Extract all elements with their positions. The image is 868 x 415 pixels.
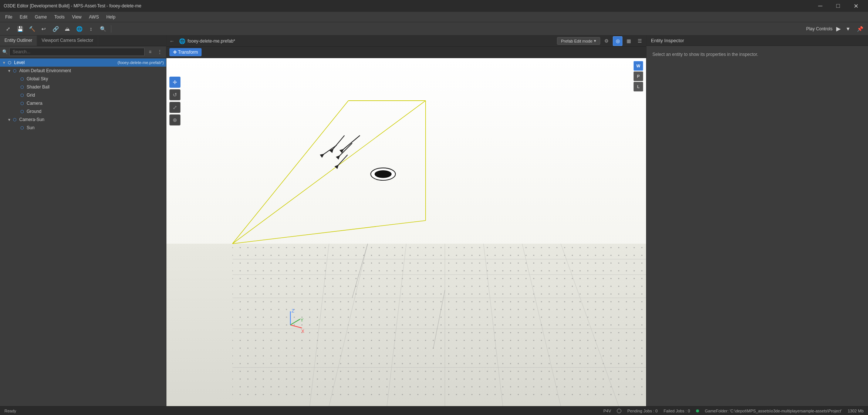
inspector-title: Entity Inspector [651,38,684,43]
entity-tree: ▼ ⬡ Level (fooey-delete-me.prefab*) ▼ ⬡ … [0,58,166,406]
menu-aws[interactable]: AWS [85,13,103,21]
toolbar: ⤢ 💾 🔨 ↩ 🔗 ⛰ 🌐 ↕ 🔍 Play Controls ▶ ▾ 📌 [0,22,868,36]
title-bar-left: O3DE Editor [Development Build] - MPS-As… [4,3,141,9]
camera-view-icon: 📷 [153,101,158,106]
camera-settings-button[interactable]: ⚙ [602,36,611,46]
camera-sun-label: Camera-Sun [19,117,159,122]
play-controls-label: Play Controls [806,26,832,31]
title-bar: O3DE Editor [Development Build] - MPS-As… [0,0,868,12]
atom-env-icon: ⬡ [12,68,18,74]
viewport-options-button[interactable]: ☰ [635,36,645,46]
tree-item-global-sky[interactable]: ⬡ Global Sky [0,75,166,83]
pin-button[interactable]: 📌 [855,24,865,34]
maximize-button[interactable]: □ [830,0,847,12]
expand-arrow-camera-sun[interactable]: ▼ [7,118,12,122]
right-panel: Entity Inspector Select an entity to sho… [646,36,868,406]
settings-button[interactable]: ⋮ [156,48,164,56]
vp-tool-translate[interactable]: ✛ [169,77,180,88]
tree-item-camera[interactable]: ⬡ Camera 📷 [0,99,166,107]
display-toggle-button[interactable]: ▦ [624,36,634,46]
level-icon: ⬡ [7,60,13,66]
expand-arrow-globalsky [15,77,19,81]
tool-save[interactable]: 💾 [15,24,25,34]
tool-move[interactable]: ↕ [86,24,96,34]
level-suffix: (fooey-delete-me.prefab*) [118,60,164,65]
tool-globe[interactable]: 🌐 [74,24,84,34]
grid-icon: ⬡ [19,92,25,98]
menu-view[interactable]: View [68,13,85,21]
viewport-mode-button[interactable]: ◎ [613,36,622,46]
app-title: O3DE Editor [Development Build] - MPS-As… [4,3,141,9]
search-input[interactable] [9,48,145,56]
tree-item-level[interactable]: ▼ ⬡ Level (fooey-delete-me.prefab*) [0,58,166,67]
camera-entity-icon: ⬡ [19,100,25,106]
viewport-title: 🌐 fooey-delete-me.prefab* [179,38,235,44]
svg-text:Z: Z [291,308,294,314]
toolbar-separator [111,25,111,33]
wpl-l-button[interactable]: L [634,82,643,91]
game-folder: GameFolder: 'C:\depot\MPS_assets\o3de-mu… [705,409,842,413]
inspector-content: Select an entity to show its properties … [646,46,868,406]
tab-entity-outliner[interactable]: Entity Outliner [0,36,37,46]
inspector-empty-message: Select an entity to show its properties … [652,52,758,57]
status-bar: Ready P4V Pending Jobs : 0 Failed Jobs :… [0,406,868,415]
wpl-w-button[interactable]: W [634,61,643,71]
close-button[interactable]: ✕ [847,0,864,12]
camera-label: Camera [27,101,153,106]
tree-item-shader-ball[interactable]: ⬡ Shader Ball [0,83,166,91]
menu-edit[interactable]: Edit [16,13,31,21]
menu-game[interactable]: Game [31,13,51,21]
svg-rect-20 [233,244,646,398]
p4v-icon [617,409,621,413]
tree-item-atom-default-env[interactable]: ▼ ⬡ Atom Default Environment [0,67,166,75]
play-dropdown-button[interactable]: ▾ [844,24,852,33]
main-layout: Entity Outliner Viewport Camera Selector… [0,36,868,406]
expand-arrow-level[interactable]: ▼ [2,61,7,65]
menu-file[interactable]: File [1,13,16,21]
failed-jobs: Failed Jobs : 0 [663,409,690,413]
inspector-header: Entity Inspector [646,36,868,46]
grid-label: Grid [27,93,159,98]
level-label: Level [14,60,115,65]
transform-button[interactable]: ✥ Transform [169,48,202,56]
tool-build[interactable]: 🔨 [27,24,37,34]
menu-tools[interactable]: Tools [51,13,68,21]
tree-item-ground[interactable]: ⬡ Ground [0,107,166,116]
globe-icon: 🌐 [179,38,185,44]
viewport-back-button[interactable]: ← [168,37,176,46]
svg-text:X: X [301,329,304,334]
pending-jobs: Pending Jobs : 0 [627,409,658,413]
tool-search[interactable]: 🔍 [98,24,108,34]
shader-ball-icon: ⬡ [19,84,25,90]
play-button[interactable]: ▶ [834,24,843,33]
toolbar-right: Play Controls ▶ ▾ 📌 [806,24,865,34]
tree-item-sun[interactable]: ⬡ Sun [0,124,166,132]
menu-bar: File Edit Game Tools View AWS Help [0,12,868,22]
viewport-tabs: ← 🌐 fooey-delete-me.prefab* Prefab Edit … [166,36,646,47]
menu-help[interactable]: Help [102,13,119,21]
tool-undo[interactable]: ↩ [38,24,49,34]
minimize-button[interactable]: ─ [812,0,829,12]
tool-transform[interactable]: ⤢ [3,24,13,34]
vp-tool-rotate[interactable]: ↺ [169,89,180,100]
expand-arrow-atom[interactable]: ▼ [7,69,12,73]
filter-button[interactable]: ≡ [146,48,154,56]
tree-item-grid[interactable]: ⬡ Grid [0,91,166,99]
expand-arrow-camera [15,101,19,106]
mode-dropdown-icon: ▾ [594,39,596,43]
prefab-name: fooey-delete-me.prefab* [188,39,235,44]
tool-snap[interactable]: 🔗 [50,24,61,34]
wpl-p-button[interactable]: P [634,71,643,81]
viewport-canvas[interactable]: // dots rendered via SVG pattern approxi… [166,58,646,406]
viewport-panel: ← 🌐 fooey-delete-me.prefab* Prefab Edit … [166,36,646,406]
vp-tool-snap[interactable]: ⊕ [169,114,180,125]
transform-label: Transform [178,50,198,55]
outliner-toolbar: 🔍 ≡ ⋮ [0,46,166,58]
vp-tool-scale[interactable]: ⤢ [169,102,180,113]
viewport-scene-svg: // dots rendered via SVG pattern approxi… [166,58,646,406]
tree-item-camera-sun[interactable]: ▼ ⬡ Camera-Sun [0,116,166,124]
tool-terrain[interactable]: ⛰ [62,24,72,34]
viewport-tool-buttons: ✛ ↺ ⤢ ⊕ [169,77,180,125]
tab-viewport-camera-selector[interactable]: Viewport Camera Selector [37,36,98,46]
prefab-edit-mode-button[interactable]: Prefab Edit mode ▾ [557,37,600,45]
